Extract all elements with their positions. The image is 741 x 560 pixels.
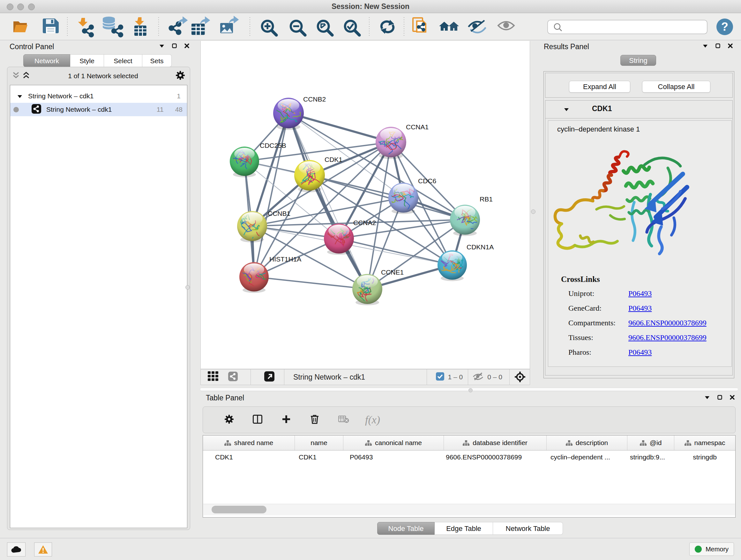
svg-text:CDK1: CDK1 [325, 156, 342, 163]
svg-text:CCNA1: CCNA1 [406, 123, 428, 131]
svg-text:CDKN1A: CDKN1A [467, 243, 494, 251]
svg-text:RB1: RB1 [480, 195, 493, 203]
svg-text:HIST1H1A: HIST1H1A [269, 255, 301, 263]
svg-text:?: ? [721, 20, 728, 33]
svg-text:CCNB2: CCNB2 [303, 96, 326, 103]
svg-text:CDC25B: CDC25B [260, 142, 286, 149]
svg-text:CCNB1: CCNB1 [268, 210, 290, 217]
svg-text:CCNE1: CCNE1 [381, 268, 404, 276]
svg-text:CDC6: CDC6 [418, 177, 436, 185]
svg-text:CCNA2: CCNA2 [353, 219, 376, 226]
